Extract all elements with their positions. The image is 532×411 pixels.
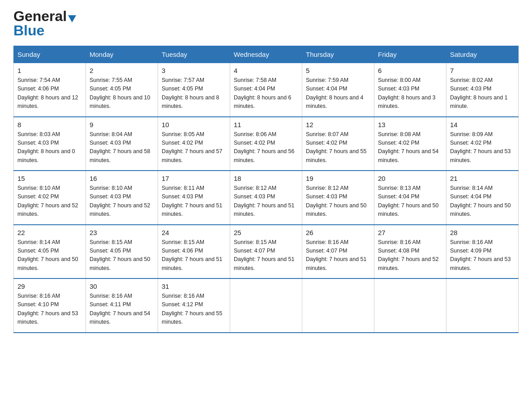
header-saturday: Saturday	[446, 46, 519, 63]
calendar-week-row: 8 Sunrise: 8:03 AM Sunset: 4:03 PM Dayli…	[14, 117, 519, 171]
table-row: 11 Sunrise: 8:06 AM Sunset: 4:02 PM Dayl…	[230, 117, 302, 171]
table-row: 3 Sunrise: 7:57 AM Sunset: 4:05 PM Dayli…	[158, 63, 230, 117]
day-number: 23	[90, 229, 154, 236]
day-number: 22	[17, 229, 82, 236]
day-info: Sunrise: 8:12 AM Sunset: 4:03 PM Dayligh…	[234, 184, 298, 219]
table-row: 1 Sunrise: 7:54 AM Sunset: 4:06 PM Dayli…	[14, 63, 86, 117]
day-info: Sunrise: 8:12 AM Sunset: 4:03 PM Dayligh…	[306, 184, 370, 219]
table-row: 19 Sunrise: 8:12 AM Sunset: 4:03 PM Dayl…	[302, 171, 374, 225]
table-row: 25 Sunrise: 8:15 AM Sunset: 4:07 PM Dayl…	[230, 225, 302, 279]
day-info: Sunrise: 8:09 AM Sunset: 4:02 PM Dayligh…	[450, 130, 515, 165]
table-row: 2 Sunrise: 7:55 AM Sunset: 4:05 PM Dayli…	[86, 63, 158, 117]
day-info: Sunrise: 7:57 AM Sunset: 4:05 PM Dayligh…	[162, 76, 226, 111]
day-number: 29	[17, 283, 82, 290]
day-number: 26	[306, 229, 370, 236]
day-number: 13	[378, 121, 442, 128]
day-number: 19	[306, 175, 370, 182]
day-number: 11	[234, 121, 298, 128]
day-number: 27	[378, 229, 442, 236]
day-number: 2	[90, 67, 154, 74]
day-number: 3	[162, 67, 226, 74]
table-row	[230, 278, 302, 333]
table-row: 24 Sunrise: 8:15 AM Sunset: 4:06 PM Dayl…	[158, 225, 230, 279]
day-number: 21	[450, 175, 515, 182]
header-tuesday: Tuesday	[158, 46, 230, 63]
table-row: 4 Sunrise: 7:58 AM Sunset: 4:04 PM Dayli…	[230, 63, 302, 117]
day-info: Sunrise: 8:15 AM Sunset: 4:05 PM Dayligh…	[90, 238, 154, 273]
header-sunday: Sunday	[14, 46, 86, 63]
header-wednesday: Wednesday	[230, 46, 302, 63]
day-number: 30	[90, 283, 154, 290]
day-number: 25	[234, 229, 298, 236]
day-info: Sunrise: 8:07 AM Sunset: 4:02 PM Dayligh…	[306, 130, 370, 165]
table-row: 16 Sunrise: 8:10 AM Sunset: 4:03 PM Dayl…	[86, 171, 158, 225]
calendar-table: Sunday Monday Tuesday Wednesday Thursday…	[13, 46, 519, 333]
day-number: 18	[234, 175, 298, 182]
table-row	[302, 278, 374, 333]
day-number: 24	[162, 229, 226, 236]
table-row: 6 Sunrise: 8:00 AM Sunset: 4:03 PM Dayli…	[374, 63, 446, 117]
day-info: Sunrise: 8:16 AM Sunset: 4:09 PM Dayligh…	[450, 238, 515, 273]
table-row: 29 Sunrise: 8:16 AM Sunset: 4:10 PM Dayl…	[14, 278, 86, 333]
day-info: Sunrise: 8:16 AM Sunset: 4:11 PM Dayligh…	[90, 292, 154, 327]
day-number: 31	[162, 283, 226, 290]
calendar-week-row: 29 Sunrise: 8:16 AM Sunset: 4:10 PM Dayl…	[14, 278, 519, 333]
table-row: 20 Sunrise: 8:13 AM Sunset: 4:04 PM Dayl…	[374, 171, 446, 225]
table-row: 18 Sunrise: 8:12 AM Sunset: 4:03 PM Dayl…	[230, 171, 302, 225]
calendar-week-row: 1 Sunrise: 7:54 AM Sunset: 4:06 PM Dayli…	[14, 63, 519, 117]
calendar-week-row: 22 Sunrise: 8:14 AM Sunset: 4:05 PM Dayl…	[14, 225, 519, 279]
day-info: Sunrise: 8:16 AM Sunset: 4:08 PM Dayligh…	[378, 238, 442, 273]
header-friday: Friday	[374, 46, 446, 63]
day-info: Sunrise: 8:11 AM Sunset: 4:03 PM Dayligh…	[162, 184, 226, 219]
day-info: Sunrise: 8:10 AM Sunset: 4:03 PM Dayligh…	[90, 184, 154, 219]
day-info: Sunrise: 8:16 AM Sunset: 4:10 PM Dayligh…	[17, 292, 82, 327]
weekday-header-row: Sunday Monday Tuesday Wednesday Thursday…	[14, 46, 519, 63]
logo-triangle-icon	[68, 15, 76, 22]
day-number: 8	[17, 121, 82, 128]
day-info: Sunrise: 8:14 AM Sunset: 4:04 PM Dayligh…	[450, 184, 515, 219]
day-number: 20	[378, 175, 442, 182]
table-row: 31 Sunrise: 8:16 AM Sunset: 4:12 PM Dayl…	[158, 278, 230, 333]
day-info: Sunrise: 8:08 AM Sunset: 4:02 PM Dayligh…	[378, 130, 442, 165]
day-number: 4	[234, 67, 298, 74]
table-row: 23 Sunrise: 8:15 AM Sunset: 4:05 PM Dayl…	[86, 225, 158, 279]
day-info: Sunrise: 8:15 AM Sunset: 4:07 PM Dayligh…	[234, 238, 298, 273]
calendar-week-row: 15 Sunrise: 8:10 AM Sunset: 4:02 PM Dayl…	[14, 171, 519, 225]
table-row: 27 Sunrise: 8:16 AM Sunset: 4:08 PM Dayl…	[374, 225, 446, 279]
table-row: 13 Sunrise: 8:08 AM Sunset: 4:02 PM Dayl…	[374, 117, 446, 171]
table-row: 8 Sunrise: 8:03 AM Sunset: 4:03 PM Dayli…	[14, 117, 86, 171]
day-info: Sunrise: 8:00 AM Sunset: 4:03 PM Dayligh…	[378, 76, 442, 111]
header-thursday: Thursday	[302, 46, 374, 63]
day-number: 10	[162, 121, 226, 128]
day-info: Sunrise: 8:15 AM Sunset: 4:06 PM Dayligh…	[162, 238, 226, 273]
table-row: 14 Sunrise: 8:09 AM Sunset: 4:02 PM Dayl…	[446, 117, 519, 171]
day-info: Sunrise: 7:59 AM Sunset: 4:04 PM Dayligh…	[306, 76, 370, 111]
table-row: 17 Sunrise: 8:11 AM Sunset: 4:03 PM Dayl…	[158, 171, 230, 225]
logo: General Blue	[13, 9, 76, 38]
day-info: Sunrise: 8:03 AM Sunset: 4:03 PM Dayligh…	[17, 130, 82, 165]
day-info: Sunrise: 8:05 AM Sunset: 4:02 PM Dayligh…	[162, 130, 226, 165]
day-info: Sunrise: 8:02 AM Sunset: 4:03 PM Dayligh…	[450, 76, 515, 111]
logo-blue: Blue	[13, 23, 44, 38]
table-row	[446, 278, 519, 333]
day-number: 14	[450, 121, 515, 128]
day-info: Sunrise: 8:04 AM Sunset: 4:03 PM Dayligh…	[90, 130, 154, 165]
day-info: Sunrise: 8:06 AM Sunset: 4:02 PM Dayligh…	[234, 130, 298, 165]
day-info: Sunrise: 7:55 AM Sunset: 4:05 PM Dayligh…	[90, 76, 154, 111]
table-row: 22 Sunrise: 8:14 AM Sunset: 4:05 PM Dayl…	[14, 225, 86, 279]
table-row: 7 Sunrise: 8:02 AM Sunset: 4:03 PM Dayli…	[446, 63, 519, 117]
table-row: 12 Sunrise: 8:07 AM Sunset: 4:02 PM Dayl…	[302, 117, 374, 171]
day-number: 16	[90, 175, 154, 182]
table-row: 9 Sunrise: 8:04 AM Sunset: 4:03 PM Dayli…	[86, 117, 158, 171]
day-info: Sunrise: 8:16 AM Sunset: 4:07 PM Dayligh…	[306, 238, 370, 273]
header-monday: Monday	[86, 46, 158, 63]
day-info: Sunrise: 8:10 AM Sunset: 4:02 PM Dayligh…	[17, 184, 82, 219]
day-number: 1	[17, 67, 82, 74]
table-row: 10 Sunrise: 8:05 AM Sunset: 4:02 PM Dayl…	[158, 117, 230, 171]
table-row: 15 Sunrise: 8:10 AM Sunset: 4:02 PM Dayl…	[14, 171, 86, 225]
day-number: 12	[306, 121, 370, 128]
day-info: Sunrise: 8:13 AM Sunset: 4:04 PM Dayligh…	[378, 184, 442, 219]
table-row: 28 Sunrise: 8:16 AM Sunset: 4:09 PM Dayl…	[446, 225, 519, 279]
day-info: Sunrise: 7:58 AM Sunset: 4:04 PM Dayligh…	[234, 76, 298, 111]
table-row: 26 Sunrise: 8:16 AM Sunset: 4:07 PM Dayl…	[302, 225, 374, 279]
